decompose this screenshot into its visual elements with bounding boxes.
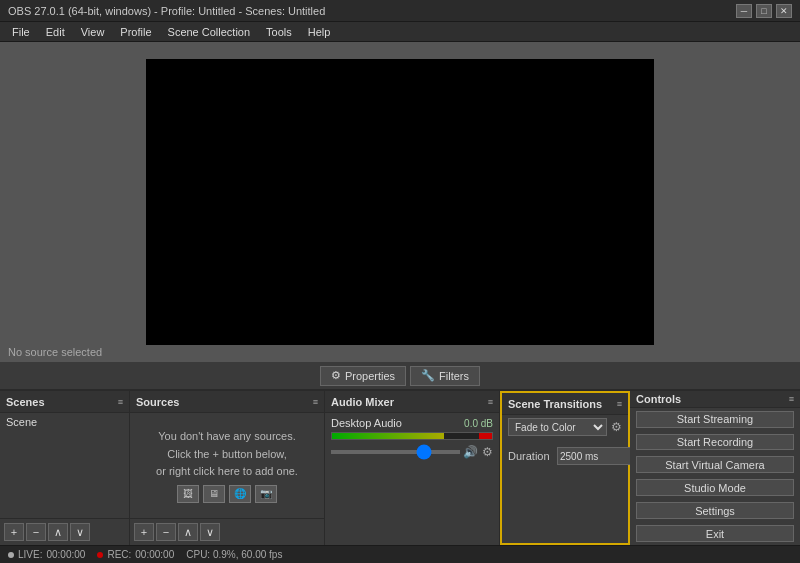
sources-toolbar: + − ∧ ∨ [130,518,324,545]
audio-track-header: Desktop Audio 0.0 dB [331,417,493,429]
controls-panel: Controls ≡ Start Streaming Start Recordi… [630,391,800,545]
rec-dot [97,552,103,558]
meter-green [332,433,444,439]
audio-track-db: 0.0 dB [464,418,493,429]
filters-label: Filters [439,370,469,382]
sources-empty-message[interactable]: You don't have any sources. Click the + … [130,413,324,518]
audio-header-label: Audio Mixer [331,396,394,408]
menu-tools[interactable]: Tools [258,22,300,41]
scenes-header-label: Scenes [6,396,45,408]
filters-button[interactable]: 🔧 Filters [410,366,480,386]
bottom-section: Scenes ≡ Scene + − ∧ ∨ Sources ≡ You don… [0,390,800,545]
no-source-label: No source selected [8,346,102,358]
preview-area: No source selected [0,42,800,362]
sources-header-label: Sources [136,396,179,408]
sources-icon-row: 🖼 🖥 🌐 📷 [177,485,277,503]
rec-status: REC: 00:00:00 [97,549,174,560]
sources-panel: Sources ≡ You don't have any sources. Cl… [130,391,325,545]
cpu-status: CPU: 0.9%, 60.00 fps [186,549,282,560]
source-camera-icon: 📷 [255,485,277,503]
properties-label: Properties [345,370,395,382]
title-bar: OBS 27.0.1 (64-bit, windows) - Profile: … [0,0,800,22]
sources-panel-header: Sources ≡ [130,391,324,413]
menu-edit[interactable]: Edit [38,22,73,41]
close-button[interactable]: ✕ [776,4,792,18]
scenes-panel-menu-icon[interactable]: ≡ [118,397,123,407]
scene-up-button[interactable]: ∧ [48,523,68,541]
studio-mode-button[interactable]: Studio Mode [636,479,794,496]
rec-time: 00:00:00 [135,549,174,560]
cpu-label: CPU: 0.9%, 60.00 fps [186,549,282,560]
settings-button[interactable]: Settings [636,502,794,519]
controls-panel-header: Controls ≡ [630,391,800,408]
transition-type-row: Fade to Color Cut Fade ⚙ [502,415,628,439]
maximize-button[interactable]: □ [756,4,772,18]
sources-panel-menu-icon[interactable]: ≡ [313,397,318,407]
start-recording-button[interactable]: Start Recording [636,434,794,451]
title-text: OBS 27.0.1 (64-bit, windows) - Profile: … [8,5,736,17]
exit-button[interactable]: Exit [636,525,794,542]
menu-scene-collection[interactable]: Scene Collection [160,22,259,41]
controls-header-label: Controls [636,393,681,405]
audio-panel: Audio Mixer ≡ Desktop Audio 0.0 dB 🔊 ⚙ [325,391,500,545]
controls-panel-menu-icon[interactable]: ≡ [789,394,794,404]
mute-button[interactable]: 🔊 [463,444,478,460]
menu-help[interactable]: Help [300,22,339,41]
audio-controls-row: 🔊 ⚙ [331,444,493,460]
properties-button[interactable]: ⚙ Properties [320,366,406,386]
status-bar: LIVE: 00:00:00 REC: 00:00:00 CPU: 0.9%, … [0,545,800,563]
rec-label: REC: [107,549,131,560]
source-monitor-icon: 🖥 [203,485,225,503]
scenes-toolbar: + − ∧ ∨ [0,518,129,545]
meter-red [479,433,492,439]
transition-type-select[interactable]: Fade to Color Cut Fade [508,418,607,436]
duration-row: Duration ▲ ▼ [502,439,628,473]
menu-file[interactable]: File [4,22,38,41]
minimize-button[interactable]: ─ [736,4,752,18]
remove-source-button[interactable]: − [156,523,176,541]
audio-panel-header: Audio Mixer ≡ [325,391,499,413]
add-scene-button[interactable]: + [4,523,24,541]
menu-view[interactable]: View [73,22,113,41]
audio-panel-menu-icon[interactable]: ≡ [488,397,493,407]
live-dot [8,552,14,558]
live-label: LIVE: [18,549,42,560]
source-browser-icon: 🌐 [229,485,251,503]
scenes-panel: Scenes ≡ Scene + − ∧ ∨ [0,391,130,545]
transitions-panel-menu-icon[interactable]: ≡ [617,399,622,409]
volume-slider[interactable] [331,450,460,454]
toolbar-row: ⚙ Properties 🔧 Filters [0,362,800,390]
window-controls: ─ □ ✕ [736,4,792,18]
audio-track-name: Desktop Audio [331,417,402,429]
scene-item[interactable]: Scene [0,413,129,431]
audio-track-desktop: Desktop Audio 0.0 dB 🔊 ⚙ [325,413,499,464]
gear-icon: ⚙ [331,369,341,382]
scene-down-button[interactable]: ∨ [70,523,90,541]
scene-transitions-panel: Scene Transitions ≡ Fade to Color Cut Fa… [500,391,630,545]
add-source-button[interactable]: + [134,523,154,541]
preview-canvas [146,59,654,345]
start-streaming-button[interactable]: Start Streaming [636,411,794,428]
audio-settings-button[interactable]: ⚙ [481,444,493,460]
source-down-button[interactable]: ∨ [200,523,220,541]
sources-empty-line1: You don't have any sources. [158,428,295,446]
source-image-icon: 🖼 [177,485,199,503]
filter-icon: 🔧 [421,369,435,382]
live-time: 00:00:00 [46,549,85,560]
sources-empty-line3: or right click here to add one. [156,463,298,481]
start-virtual-camera-button[interactable]: Start Virtual Camera [636,456,794,473]
remove-scene-button[interactable]: − [26,523,46,541]
sources-empty-line2: Click the + button below, [167,446,287,464]
transitions-header-label: Scene Transitions [508,398,602,410]
source-up-button[interactable]: ∧ [178,523,198,541]
transition-settings-icon[interactable]: ⚙ [611,420,622,434]
menu-profile[interactable]: Profile [112,22,159,41]
live-status: LIVE: 00:00:00 [8,549,85,560]
main-area: No source selected ⚙ Properties 🔧 Filter… [0,42,800,563]
menu-bar: File Edit View Profile Scene Collection … [0,22,800,42]
scenes-panel-header: Scenes ≡ [0,391,129,413]
duration-label: Duration [508,450,553,462]
audio-meter [331,432,493,440]
transitions-panel-header: Scene Transitions ≡ [502,393,628,415]
